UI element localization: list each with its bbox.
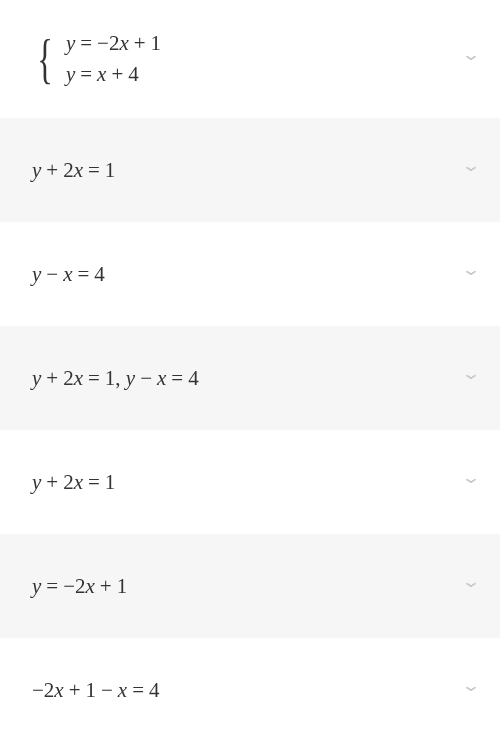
- step-row[interactable]: y+2x=1: [0, 430, 500, 534]
- step-row[interactable]: −2x+1−x=4: [0, 638, 500, 742]
- chevron-down-icon[interactable]: [462, 370, 480, 386]
- chevron-down-icon[interactable]: [462, 266, 480, 282]
- step-equation: { y=−2x+1 y=x+4: [32, 31, 161, 87]
- step-equation: y+2x=1: [32, 158, 115, 183]
- step-row[interactable]: y+2x=1, y−x=4: [0, 326, 500, 430]
- step-equation: y+2x=1, y−x=4: [32, 366, 199, 391]
- step-row[interactable]: y=−2x+1: [0, 534, 500, 638]
- step-equation: y=−2x+1: [32, 574, 127, 599]
- step-row[interactable]: y+2x=1: [0, 118, 500, 222]
- step-row[interactable]: y−x=4: [0, 222, 500, 326]
- step-equation: y+2x=1: [32, 470, 115, 495]
- chevron-down-icon[interactable]: [462, 682, 480, 698]
- chevron-down-icon[interactable]: [462, 578, 480, 594]
- step-row[interactable]: { y=−2x+1 y=x+4: [0, 0, 500, 118]
- chevron-down-icon[interactable]: [462, 51, 480, 67]
- chevron-down-icon[interactable]: [462, 474, 480, 490]
- left-brace-icon: {: [37, 32, 53, 86]
- step-equation: −2x+1−x=4: [32, 678, 160, 703]
- step-equation: y−x=4: [32, 262, 105, 287]
- chevron-down-icon[interactable]: [462, 162, 480, 178]
